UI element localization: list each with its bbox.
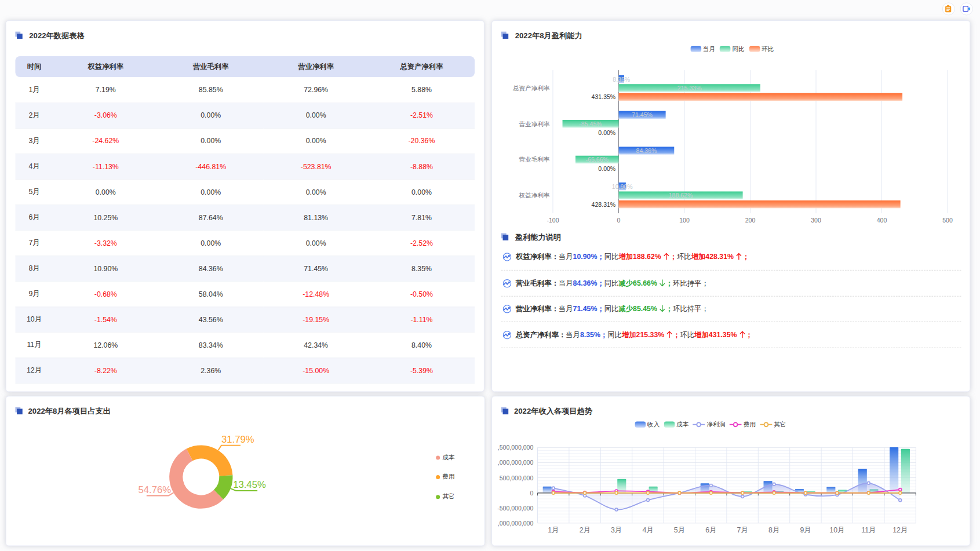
svg-text:10.90%: 10.90% <box>612 183 633 190</box>
svg-text:-100: -100 <box>547 217 559 224</box>
svg-text:8月: 8月 <box>768 526 779 534</box>
svg-text:12月: 12月 <box>892 526 908 534</box>
svg-text:4月: 4月 <box>642 526 653 534</box>
svg-text:215.33%: 215.33% <box>677 85 702 92</box>
svg-text:54.76%: 54.76% <box>138 484 171 495</box>
svg-text:71.45%: 71.45% <box>632 111 653 118</box>
svg-text:31.79%: 31.79% <box>221 433 254 444</box>
svg-text:11月: 11月 <box>861 526 876 534</box>
svg-text:431.35%: 431.35% <box>592 93 616 100</box>
svg-text:7月: 7月 <box>737 526 748 534</box>
svg-text:428.31%: 428.31% <box>592 201 616 208</box>
svg-text:300: 300 <box>811 217 821 224</box>
svg-text:188.62%: 188.62% <box>669 192 693 199</box>
svg-text:13.45%: 13.45% <box>233 479 266 490</box>
svg-text:营业净利率: 营业净利率 <box>519 121 550 127</box>
svg-text:0.00%: 0.00% <box>598 165 615 172</box>
svg-text:-85.45%: -85.45% <box>579 121 602 127</box>
svg-text:5月: 5月 <box>674 526 685 534</box>
svg-text:0: 0 <box>530 489 533 496</box>
svg-text:,000,000,000: ,000,000,000 <box>498 519 534 526</box>
svg-text:权益净利率: 权益净利率 <box>519 192 550 199</box>
svg-text:10月: 10月 <box>829 526 844 534</box>
svg-text:1月: 1月 <box>548 526 559 534</box>
svg-text:500: 500 <box>942 217 953 224</box>
svg-text:8.35%: 8.35% <box>613 76 630 83</box>
svg-text:-65.66%: -65.66% <box>586 156 609 163</box>
svg-text:6月: 6月 <box>705 526 716 534</box>
svg-text:-500,000,000: -500,000,000 <box>497 504 533 511</box>
svg-text:200: 200 <box>745 217 756 224</box>
svg-text:,000,000,000: ,000,000,000 <box>498 459 534 466</box>
svg-text:400: 400 <box>877 217 887 224</box>
svg-text:3月: 3月 <box>611 526 622 534</box>
svg-text:0.00%: 0.00% <box>598 129 615 136</box>
svg-text:84.36%: 84.36% <box>636 147 657 154</box>
svg-text:100: 100 <box>679 217 690 224</box>
svg-text:500,000,000: 500,000,000 <box>500 474 534 481</box>
svg-text:0: 0 <box>617 217 621 224</box>
svg-text:营业毛利率: 营业毛利率 <box>519 156 550 163</box>
svg-text:9月: 9月 <box>800 526 811 534</box>
svg-text:,500,000,000: ,500,000,000 <box>498 444 534 451</box>
svg-text:2月: 2月 <box>580 526 591 534</box>
svg-text:总资产净利率: 总资产净利率 <box>512 85 550 92</box>
